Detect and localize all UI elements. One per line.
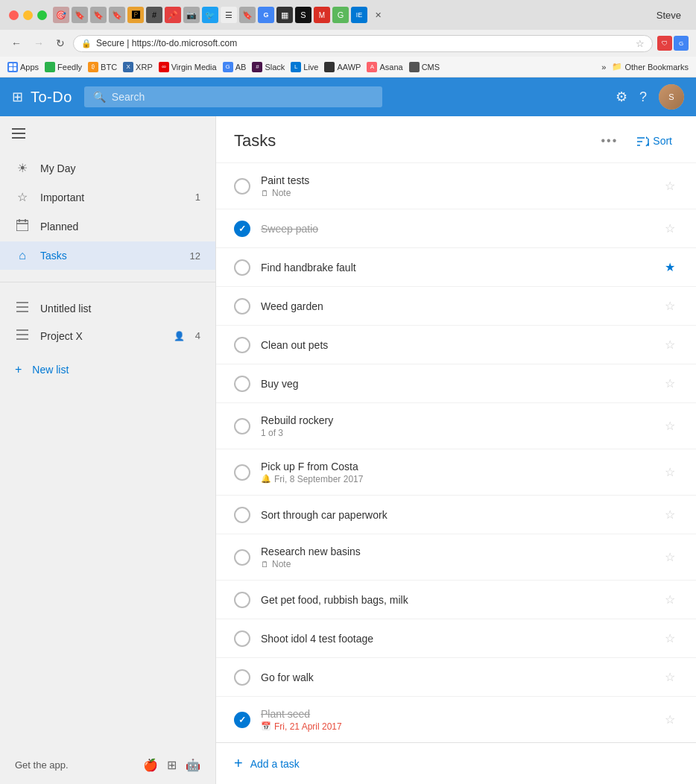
toolbar-icon[interactable]: # xyxy=(146,7,162,23)
bookmark-other[interactable]: 📁 Other Bookmarks xyxy=(612,62,689,72)
ext-icon[interactable]: G xyxy=(674,36,689,51)
bookmark-slack[interactable]: # Slack xyxy=(252,62,285,72)
task-star-button[interactable]: ☆ xyxy=(662,218,678,238)
toolbar-icon[interactable]: 📌 xyxy=(165,7,181,23)
avatar[interactable]: S xyxy=(659,84,684,110)
task-item[interactable]: Sort through car paperwork ☆ xyxy=(216,496,696,534)
task-star-button[interactable]: ☆ xyxy=(662,505,678,525)
bookmark-feedly[interactable]: Feedly xyxy=(45,62,82,72)
toolbar-icon[interactable]: 🔖 xyxy=(109,7,125,23)
add-task-label[interactable]: Add a task xyxy=(250,758,300,770)
sidebar-item-my-day[interactable]: ☀ My Day xyxy=(0,154,215,183)
toolbar-icon[interactable]: 📷 xyxy=(183,7,200,23)
list-item-untitled[interactable]: Untitled list xyxy=(0,294,215,322)
toolbar-icon[interactable]: 🔖 xyxy=(239,7,256,23)
task-star-button[interactable]: ☆ xyxy=(662,373,678,393)
task-checkbox[interactable] xyxy=(234,376,250,392)
task-item[interactable]: Go for walk ☆ xyxy=(216,658,696,697)
refresh-button[interactable]: ↻ xyxy=(52,36,69,51)
back-button[interactable]: ← xyxy=(7,36,25,51)
task-item[interactable]: Pick up F from Costa 🔔 Fri, 8 September … xyxy=(216,449,696,496)
toolbar-icon[interactable]: G xyxy=(332,7,349,23)
task-star-button[interactable]: ☆ xyxy=(662,589,678,610)
maximize-dot[interactable] xyxy=(37,10,47,20)
bookmark-aawp[interactable]: AAWP xyxy=(324,62,361,72)
task-star-button[interactable]: ☆ xyxy=(662,628,678,648)
bookmark-live[interactable]: L Live xyxy=(291,62,318,72)
bookmark-apps[interactable]: Apps xyxy=(7,62,39,72)
task-checkbox[interactable] xyxy=(234,549,250,566)
sort-button[interactable]: Sort xyxy=(631,131,678,150)
task-checkbox[interactable] xyxy=(234,507,250,523)
task-star-button[interactable]: ☆ xyxy=(662,335,678,355)
task-star-button[interactable]: ☆ xyxy=(662,462,678,482)
task-star-button[interactable]: ☆ xyxy=(662,176,678,196)
task-item[interactable]: Buy veg ☆ xyxy=(216,364,696,403)
task-item[interactable]: Clean out pets ☆ xyxy=(216,326,696,364)
more-options-button[interactable]: ••• xyxy=(595,131,624,151)
toolbar-icon[interactable]: 🔖 xyxy=(72,7,88,23)
task-item[interactable]: Paint tests 🗒 Note ☆ xyxy=(216,163,696,209)
toolbar-icon[interactable]: 🅿 xyxy=(127,7,144,23)
bookmark-ab[interactable]: G AB xyxy=(223,62,247,72)
task-star-button[interactable]: ☆ xyxy=(662,416,678,436)
task-item[interactable]: Get pet food, rubbish bags, milk ☆ xyxy=(216,581,696,619)
address-bar[interactable]: 🔒 Secure | https://to-do.microsoft.com ☆ xyxy=(73,35,653,52)
task-checkbox[interactable] xyxy=(234,630,250,647)
list-item-project-x[interactable]: Project X 👤 4 xyxy=(0,322,215,350)
sidebar-item-planned[interactable]: Planned xyxy=(0,212,215,241)
task-item[interactable]: Rebuild rockery 1 of 3 ☆ xyxy=(216,403,696,449)
minimize-dot[interactable] xyxy=(23,10,33,20)
toolbar-icon[interactable]: G xyxy=(258,7,274,23)
task-checkbox[interactable] xyxy=(234,592,250,608)
toolbar-icon[interactable]: 🔖 xyxy=(90,7,107,23)
windows-icon[interactable]: ⊞ xyxy=(167,758,177,772)
task-checkbox[interactable] xyxy=(234,464,250,481)
toolbar-icon[interactable]: M xyxy=(314,7,330,23)
task-item[interactable]: Plant seed 📅 Fri, 21 April 2017 ☆ xyxy=(216,697,696,742)
android-icon[interactable]: 🤖 xyxy=(186,758,200,772)
search-input[interactable] xyxy=(112,91,373,103)
grid-menu-button[interactable]: ⊞ xyxy=(12,89,23,105)
help-button[interactable]: ? xyxy=(639,89,647,105)
task-star-button[interactable]: ☆ xyxy=(662,547,678,567)
sidebar-item-important[interactable]: ☆ Important 1 xyxy=(0,183,215,212)
toolbar-icon[interactable]: IE xyxy=(351,7,367,23)
task-checkbox[interactable] xyxy=(234,337,250,353)
forward-button[interactable]: → xyxy=(30,36,48,51)
task-checkbox[interactable] xyxy=(234,712,250,728)
bookmark-cms[interactable]: CMS xyxy=(409,62,440,72)
sidebar-toggle-button[interactable] xyxy=(0,116,215,154)
close-tab-icon[interactable]: ✕ xyxy=(370,7,386,23)
close-dot[interactable] xyxy=(9,10,19,20)
toolbar-icon[interactable]: ▦ xyxy=(276,7,293,23)
task-item[interactable]: Sweep patio ☆ xyxy=(216,209,696,248)
task-checkbox[interactable] xyxy=(234,298,250,314)
task-checkbox[interactable] xyxy=(234,418,250,434)
task-checkbox[interactable] xyxy=(234,259,250,276)
task-star-button[interactable]: ☆ xyxy=(662,667,678,687)
task-checkbox[interactable] xyxy=(234,669,250,686)
toolbar-icon[interactable]: S xyxy=(295,7,311,23)
bookmark-star[interactable]: ☆ xyxy=(636,38,645,49)
ext-icon[interactable]: 🛡 xyxy=(657,36,672,51)
task-star-button[interactable]: ☆ xyxy=(662,709,678,730)
task-item[interactable]: Find handbrake fault ★ xyxy=(216,248,696,287)
task-item[interactable]: Research new basins 🗒 Note ☆ xyxy=(216,534,696,581)
new-list-button[interactable]: + New list xyxy=(0,355,215,384)
bookmark-xrp[interactable]: X XRP xyxy=(123,62,153,72)
task-item[interactable]: Weed garden ☆ xyxy=(216,287,696,326)
toolbar-icon[interactable]: ☰ xyxy=(221,7,237,23)
task-item[interactable]: Shoot idol 4 test footage ☆ xyxy=(216,619,696,658)
toolbar-icon[interactable]: 🎯 xyxy=(53,7,69,23)
bookmark-btc[interactable]: ₿ BTC xyxy=(88,62,117,72)
bookmark-asana[interactable]: A Asana xyxy=(367,62,402,72)
task-star-button[interactable]: ☆ xyxy=(662,296,678,316)
settings-button[interactable]: ⚙ xyxy=(616,89,627,105)
sidebar-item-tasks[interactable]: ⌂ Tasks 12 xyxy=(0,241,215,270)
search-bar[interactable]: 🔍 xyxy=(84,86,382,107)
task-checkbox[interactable] xyxy=(234,221,250,237)
task-star-button[interactable]: ★ xyxy=(662,257,678,277)
bookmark-virgin[interactable]: ∞ Virgin Media xyxy=(159,62,217,72)
task-checkbox[interactable] xyxy=(234,178,250,195)
